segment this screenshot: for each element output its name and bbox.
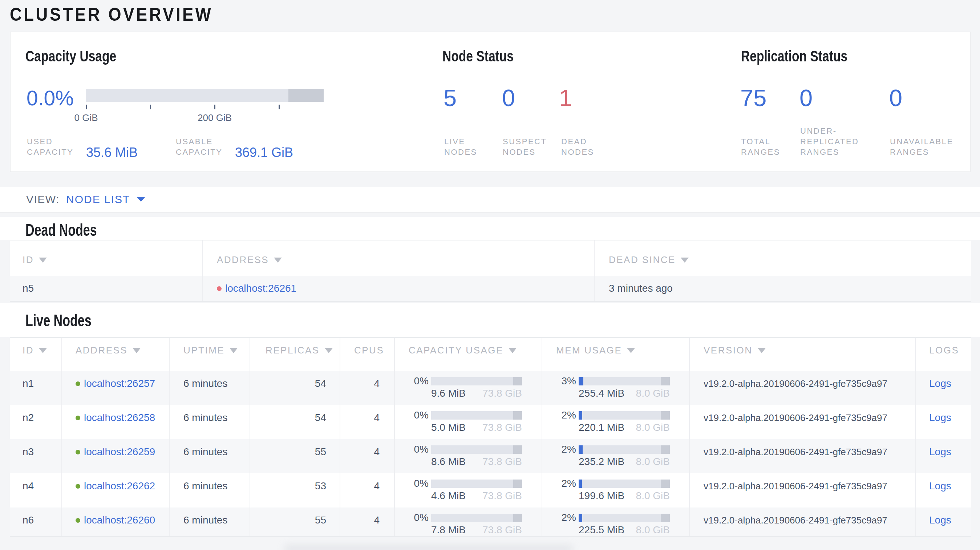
- axis-tick: [214, 105, 215, 109]
- usage-bar-track: [579, 377, 670, 385]
- column-header-address[interactable]: ADDRESS: [62, 338, 170, 371]
- column-header-dead-since[interactable]: DEAD SINCE: [595, 240, 971, 276]
- usage-bar-track: [431, 513, 522, 522]
- usage-bar-line: 0%: [409, 409, 522, 421]
- node-address-link[interactable]: localhost:26257: [84, 378, 155, 389]
- usage-values-line: 9.6 MiB73.8 GiB: [409, 387, 522, 398]
- usage-values-line: 235.2 MiB8.0 GiB: [556, 456, 670, 466]
- usage-bar-line: 3%: [556, 375, 670, 387]
- cell-cpus: 4: [340, 507, 395, 537]
- cell-node-address: localhost:26261: [203, 276, 595, 301]
- usage-bar-used: [579, 411, 582, 420]
- usage-total-value: 73.8 GiB: [482, 490, 522, 501]
- usage-bar-track: [579, 411, 670, 420]
- usage-bar-reserved: [513, 480, 522, 488]
- node-address-link[interactable]: localhost:26259: [84, 446, 155, 457]
- column-header-capacity-usage[interactable]: CAPACITY USAGE: [395, 338, 542, 371]
- column-header-label: MEM USAGE: [556, 345, 622, 356]
- used-capacity-value: 35.6 MiB: [86, 146, 138, 159]
- logs-link[interactable]: Logs: [929, 514, 951, 526]
- column-header-mem-usage[interactable]: MEM USAGE: [542, 338, 690, 371]
- usage-bar-reserved: [661, 480, 670, 488]
- cell-node-address: localhost:26262: [62, 473, 170, 507]
- cell-version: v19.2.0-alpha.20190606-2491-gfe735c9a97: [690, 507, 916, 537]
- table-row: n2localhost:262586 minutes5440%5.0 MiB73…: [10, 405, 971, 439]
- usage-values-line: 220.1 MiB8.0 GiB: [556, 421, 670, 432]
- usage-percent: 2%: [556, 512, 576, 524]
- usage-total-value: 8.0 GiB: [636, 456, 670, 466]
- column-header-id[interactable]: ID: [10, 338, 62, 371]
- axis-tick: [150, 105, 151, 109]
- cell-node-id: n5: [10, 276, 203, 301]
- column-header-label: VERSION: [703, 345, 752, 356]
- column-header-version[interactable]: VERSION: [690, 338, 916, 371]
- column-header-replicas[interactable]: REPLICAS: [250, 338, 340, 371]
- usable-capacity-label: USABLE CAPACITY: [176, 136, 222, 157]
- column-header-id[interactable]: ID: [10, 240, 203, 276]
- logs-link[interactable]: Logs: [929, 480, 951, 491]
- column-header-label: ID: [22, 254, 34, 265]
- total-ranges-label: TOTAL RANGES: [741, 136, 780, 157]
- logs-link[interactable]: Logs: [929, 378, 951, 389]
- capacity-usage-title: Capacity Usage: [25, 48, 116, 65]
- node-address-link[interactable]: localhost:26258: [84, 412, 155, 423]
- usage-bar-track: [431, 411, 522, 420]
- total-ranges-count: 75: [740, 86, 767, 110]
- column-header-uptime[interactable]: UPTIME: [170, 338, 250, 371]
- table-row: n1localhost:262576 minutes5440%9.6 MiB73…: [10, 371, 971, 405]
- usage-bar-used: [579, 513, 582, 522]
- usage-bar-line: 0%: [409, 375, 522, 387]
- axis-tick-label: 0 GiB: [74, 112, 98, 124]
- under-replicated-ranges-label: UNDER- REPLICATED RANGES: [800, 126, 859, 157]
- usage-percent: 0%: [409, 409, 429, 421]
- cell-capacity-usage: 0%5.0 MiB73.8 GiB: [395, 405, 542, 439]
- usage-bar-reserved: [661, 377, 670, 385]
- usage-total-value: 8.0 GiB: [636, 524, 670, 535]
- live-node-dot-icon: [76, 518, 80, 523]
- usage-used-value: 235.2 MiB: [579, 456, 624, 466]
- logs-link[interactable]: Logs: [929, 412, 951, 423]
- column-header-label: UPTIME: [183, 345, 224, 356]
- usage-total-value: 8.0 GiB: [636, 387, 670, 398]
- sort-caret-icon: [274, 258, 282, 263]
- dead-nodes-count: 1: [559, 86, 572, 110]
- logs-link[interactable]: Logs: [929, 446, 951, 457]
- cell-node-address: localhost:26257: [62, 371, 170, 405]
- view-selector[interactable]: NODE LIST: [66, 193, 130, 206]
- node-address-link[interactable]: localhost:26261: [225, 283, 296, 294]
- cell-node-id: n3: [10, 439, 62, 473]
- usage-percent: 0%: [409, 512, 429, 524]
- usage-total-value: 73.8 GiB: [482, 421, 522, 432]
- capacity-usage-percent: 0.0%: [27, 88, 74, 109]
- page-title: CLUSTER OVERVIEW: [10, 5, 213, 24]
- under-replicated-ranges-count: 0: [799, 86, 813, 110]
- axis-tick: [278, 105, 280, 109]
- column-header-address[interactable]: ADDRESS: [203, 240, 595, 276]
- dead-nodes-heading: Dead Nodes: [25, 222, 97, 238]
- table-row: n6localhost:262606 minutes5540%7.8 MiB73…: [10, 507, 971, 537]
- column-header-label: ADDRESS: [76, 345, 127, 356]
- usage-bar-reserved: [513, 513, 522, 522]
- cell-replicas: 55: [250, 507, 340, 537]
- node-address-link[interactable]: localhost:26260: [84, 514, 155, 526]
- suspect-nodes-label: SUSPECT NODES: [503, 136, 547, 157]
- cell-version: v19.2.0-alpha.20190606-2491-gfe735c9a97: [690, 371, 916, 405]
- sort-caret-icon: [325, 348, 333, 353]
- view-label: VIEW:: [26, 193, 60, 206]
- chevron-down-icon[interactable]: [137, 197, 145, 202]
- used-capacity-label: USED CAPACITY: [27, 136, 73, 157]
- cell-node-id: n1: [10, 371, 62, 405]
- cell-replicas: 54: [250, 405, 340, 439]
- usage-used-value: 220.1 MiB: [579, 421, 624, 432]
- cell-version: v19.2.0-alpha.20190606-2491-gfe735c9a97: [690, 439, 916, 473]
- cell-version: v19.2.0-alpha.20190606-2491-gfe735c9a97: [690, 405, 916, 439]
- node-status-title: Node Status: [442, 48, 514, 65]
- node-address-link[interactable]: localhost:26262: [84, 480, 155, 491]
- usage-percent: 2%: [556, 477, 576, 490]
- axis-tick-label: 200 GiB: [197, 112, 232, 124]
- cell-replicas: 55: [250, 439, 340, 473]
- column-header-label: DEAD SINCE: [609, 254, 676, 265]
- usage-values-line: 4.6 MiB73.8 GiB: [409, 490, 522, 501]
- column-header-cpus: CPUS: [340, 338, 395, 371]
- column-header-label: CPUS: [354, 345, 384, 356]
